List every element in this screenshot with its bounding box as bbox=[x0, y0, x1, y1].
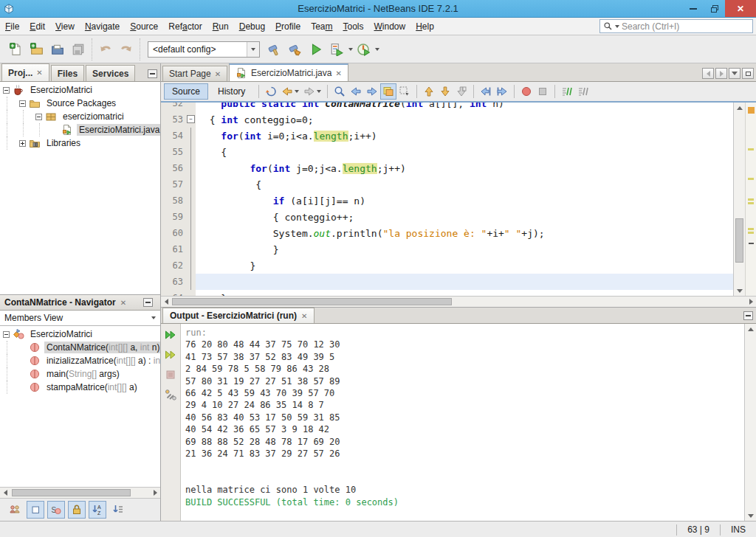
last-edit-position-button[interactable] bbox=[263, 83, 279, 100]
output-vertical-scrollbar[interactable] bbox=[744, 324, 756, 521]
tab-close-icon[interactable]: ✕ bbox=[215, 70, 221, 78]
expand-toggle-icon[interactable] bbox=[3, 331, 10, 338]
sort-by-source-button[interactable] bbox=[109, 501, 127, 519]
comment-button[interactable] bbox=[559, 83, 575, 100]
code-line[interactable]: 56 for(int j=0;j<a.length;j++) bbox=[161, 160, 733, 176]
save-all-button[interactable] bbox=[68, 39, 89, 60]
stripe-occurrence-mark[interactable] bbox=[748, 228, 754, 230]
scroll-up-icon[interactable] bbox=[745, 324, 756, 334]
forward-button[interactable] bbox=[301, 83, 317, 100]
stripe-warning-mark[interactable] bbox=[748, 107, 755, 114]
navigator-close-icon[interactable]: ✕ bbox=[120, 299, 126, 307]
output-minimize-button[interactable] bbox=[743, 311, 753, 320]
editor-vertical-scrollbar[interactable] bbox=[733, 103, 745, 296]
tree-item[interactable]: stampaMatrice(int[][] a) bbox=[0, 381, 160, 394]
code-line[interactable]: 53 { int conteggio=0; bbox=[161, 111, 733, 128]
code-line[interactable]: 57 { bbox=[161, 176, 733, 193]
rerun-button[interactable] bbox=[163, 327, 179, 342]
sort-alphabetically-button[interactable]: AZ bbox=[89, 501, 106, 519]
menu-help[interactable]: Help bbox=[410, 19, 439, 34]
tree-item[interactable]: ContaNMatrice(int[][] a, int n) : bbox=[0, 341, 160, 354]
new-project-button[interactable] bbox=[27, 39, 47, 60]
show-inherited-members-button[interactable] bbox=[6, 501, 24, 519]
toggle-highlight-button[interactable] bbox=[380, 83, 396, 100]
tree-item[interactable]: eserciziomatrici bbox=[0, 110, 160, 123]
tree-item[interactable]: main(String[] args) bbox=[0, 367, 160, 381]
expand-toggle-icon[interactable] bbox=[3, 87, 10, 94]
scroll-left-icon[interactable] bbox=[161, 297, 171, 307]
find-button[interactable] bbox=[331, 83, 348, 100]
back-button[interactable] bbox=[279, 83, 295, 100]
menu-window[interactable]: Window bbox=[369, 19, 411, 34]
stripe-occurrence-mark[interactable] bbox=[748, 202, 754, 204]
tree-item[interactable]: inizializzaMatrice(int[][] a) : int[ bbox=[0, 354, 160, 367]
scroll-up-icon[interactable] bbox=[734, 103, 745, 113]
show-non-public-members-button[interactable] bbox=[68, 501, 86, 519]
menu-run[interactable]: Run bbox=[207, 19, 234, 34]
code-line[interactable]: 52 public static int ContaNMatrice(int a… bbox=[161, 103, 733, 111]
scroll-down-icon[interactable] bbox=[745, 510, 756, 521]
scroll-down-icon[interactable] bbox=[734, 285, 745, 296]
profile-button[interactable] bbox=[353, 39, 374, 60]
toggle-bookmark-button[interactable] bbox=[453, 83, 470, 100]
code-line[interactable]: 61 } bbox=[161, 241, 733, 257]
expand-toggle-icon[interactable] bbox=[19, 100, 26, 107]
open-project-button[interactable] bbox=[47, 39, 68, 60]
tab-services[interactable]: Services bbox=[86, 65, 135, 81]
menu-refactor[interactable]: Refactor bbox=[163, 19, 207, 34]
rerun-alt-button[interactable] bbox=[163, 347, 179, 362]
tree-item[interactable]: EsercizioMatrici bbox=[0, 83, 160, 97]
config-select[interactable]: <default config> bbox=[148, 41, 260, 58]
scroll-tabs-left-button[interactable] bbox=[702, 68, 714, 79]
uncomment-button[interactable] bbox=[575, 83, 591, 100]
settings-button[interactable] bbox=[163, 387, 179, 402]
new-file-button[interactable] bbox=[6, 39, 27, 60]
menu-navigate[interactable]: Navigate bbox=[80, 19, 125, 34]
stripe-occurrence-mark[interactable] bbox=[748, 178, 754, 180]
show-static-members-button[interactable]: S bbox=[47, 501, 65, 519]
editor-body[interactable]: 52 public static int ContaNMatrice(int a… bbox=[161, 103, 756, 296]
output-console[interactable]: run:76 20 80 48 44 37 75 70 12 3041 73 5… bbox=[181, 324, 744, 521]
output-tab[interactable]: Output - EsercizioMatrici (run) ✕ bbox=[162, 308, 315, 323]
fold-toggle-icon[interactable] bbox=[186, 111, 196, 128]
stripe-occurrence-mark[interactable] bbox=[748, 232, 754, 234]
menu-source[interactable]: Source bbox=[125, 19, 163, 34]
menu-team[interactable]: Team bbox=[306, 19, 337, 34]
clean-build-button[interactable] bbox=[285, 39, 306, 60]
tab-list-dropdown-button[interactable] bbox=[729, 68, 740, 79]
quick-search[interactable]: Search (Ctrl+I) bbox=[599, 19, 753, 33]
chevron-down-icon[interactable] bbox=[317, 90, 321, 93]
code-line[interactable]: 58 if (a[i][j]== n) bbox=[161, 193, 733, 209]
scrollbar-thumb[interactable] bbox=[172, 298, 452, 305]
code-line[interactable]: 54 for(int i=0;i<a.length;i++) bbox=[161, 128, 733, 144]
previous-occurrence-button[interactable] bbox=[348, 83, 364, 100]
scroll-tabs-right-button[interactable] bbox=[715, 68, 727, 79]
tree-item[interactable]: EsercizioMatrici bbox=[0, 328, 160, 341]
maximize-editor-button[interactable] bbox=[742, 68, 754, 79]
tab-close-icon[interactable]: ✕ bbox=[335, 69, 341, 77]
shift-line-left-button[interactable] bbox=[478, 83, 494, 100]
build-button[interactable] bbox=[264, 39, 285, 60]
start-macro-recording-button[interactable] bbox=[518, 83, 535, 100]
menu-view[interactable]: View bbox=[50, 19, 80, 34]
code-line[interactable]: 62 } bbox=[161, 257, 733, 274]
menu-tools[interactable]: Tools bbox=[337, 19, 368, 34]
chevron-down-icon[interactable] bbox=[295, 90, 299, 93]
scrollbar-thumb[interactable] bbox=[735, 218, 743, 263]
tab-files[interactable]: Files bbox=[51, 65, 84, 81]
expand-toggle-icon[interactable] bbox=[19, 140, 26, 147]
undo-button[interactable] bbox=[95, 39, 116, 60]
search-scope-dropdown-icon[interactable] bbox=[615, 25, 619, 28]
rectangular-selection-button[interactable] bbox=[396, 83, 413, 100]
debug-button[interactable] bbox=[326, 39, 347, 60]
tab-proj[interactable]: Proj...✕ bbox=[1, 63, 49, 81]
shift-line-right-button[interactable] bbox=[494, 83, 510, 100]
redo-button[interactable] bbox=[116, 39, 137, 60]
previous-bookmark-button[interactable] bbox=[421, 83, 437, 100]
code-line[interactable]: 64 } bbox=[161, 290, 733, 296]
menu-file[interactable]: File bbox=[0, 19, 24, 34]
code-line[interactable]: 59 { conteggio++; bbox=[161, 209, 733, 225]
stripe-caret-mark[interactable] bbox=[749, 243, 754, 244]
doc-tab[interactable]: Start Page✕ bbox=[162, 66, 227, 81]
view-source-button[interactable]: Source bbox=[164, 83, 208, 100]
